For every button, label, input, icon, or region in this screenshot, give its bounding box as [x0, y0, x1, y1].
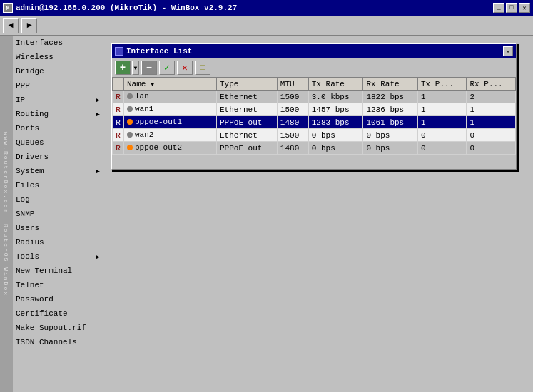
sidebar-item-password[interactable]: Password [0, 292, 103, 306]
sidebar-item-users[interactable]: Users [0, 221, 103, 235]
table-row[interactable]: R wan2 Ethernet 1500 0 bps 0 bps 0 0 [113, 129, 516, 142]
row-type: Ethernet [217, 129, 278, 142]
sidebar-item-isdn-channels[interactable]: ISDN Channels [0, 335, 103, 349]
iface-status-bar [112, 155, 516, 169]
interface-list-titlebar: Interface List ✕ [112, 44, 516, 58]
col-type[interactable]: Type [217, 78, 278, 91]
sidebar-label: Password [16, 295, 54, 304]
remove-button[interactable]: − [141, 61, 157, 75]
row-tx-p: 1 [418, 91, 467, 103]
iface-close-button[interactable]: ✕ [503, 46, 513, 56]
row-type: Ethernet [217, 91, 278, 103]
col-mtu[interactable]: MTU [277, 78, 308, 91]
row-tx-rate: 3.0 kbps [308, 91, 363, 103]
iface-toolbar: + ▼ − ✓ ✕ □ [112, 58, 516, 78]
add-dropdown-button[interactable]: ▼ [132, 61, 139, 75]
x-button[interactable]: ✕ [177, 61, 193, 75]
row-rx-p: 2 [467, 91, 516, 103]
iface-window-icon [115, 47, 123, 56]
sidebar-item-files[interactable]: Files [0, 178, 103, 192]
sidebar-item-certificate[interactable]: Certificate [0, 306, 103, 321]
sidebar-label: Log [16, 195, 30, 204]
maximize-button[interactable]: □ [506, 3, 517, 13]
table-row[interactable]: R wan1 Ethernet 1500 1457 bps 1236 bps 1… [113, 103, 516, 116]
sidebar-item-radius[interactable]: Radius [0, 235, 103, 249]
minimize-button[interactable]: _ [493, 3, 504, 13]
row-tx-rate: 1283 bps [308, 116, 363, 129]
sidebar-label: Routing [16, 110, 49, 118]
col-flag [113, 78, 124, 91]
col-rx-rate[interactable]: Rx Rate [363, 78, 418, 91]
iface-window-title: Interface List [126, 47, 192, 56]
row-name: pppoe-out2 [124, 142, 217, 155]
watermark: www.RouterBox.com RouterOS WinBox [0, 36, 13, 392]
iface-table-container: Name ▼ Type MTU Tx Rate Rx Rate Tx P... … [112, 78, 516, 155]
iface-title-left: Interface List [115, 47, 192, 56]
table-row[interactable]: R lan Ethernet 1500 3.0 kbps 1822 bps 1 … [113, 91, 516, 103]
forward-button[interactable]: ► [21, 18, 37, 33]
main-layout: www.RouterBox.com RouterOS WinBox Interf… [0, 36, 533, 392]
sidebar-item-telnet[interactable]: Telnet [0, 278, 103, 292]
sidebar-item-ports[interactable]: Ports [0, 121, 103, 135]
sidebar-label: Make Supout.rif [16, 324, 86, 332]
row-tx-p: 1 [418, 116, 467, 129]
app-icon: M [3, 3, 13, 13]
row-flag: R [113, 103, 124, 116]
row-rx-rate: 0 bps [363, 129, 418, 142]
iface-table: Name ▼ Type MTU Tx Rate Rx Rate Tx P... … [112, 78, 516, 155]
sidebar-label: Bridge [16, 67, 44, 76]
sidebar-item-bridge[interactable]: Bridge [0, 64, 103, 78]
row-name: wan2 [124, 129, 217, 142]
add-button[interactable]: + [115, 61, 131, 75]
sidebar-item-system[interactable]: System▶ [0, 164, 103, 178]
check-button[interactable]: ✓ [159, 61, 175, 75]
row-rx-p: 1 [467, 116, 516, 129]
row-tx-rate: 0 bps [308, 129, 363, 142]
sidebar-item-ip[interactable]: IP▶ [0, 93, 103, 107]
title-bar-text: admin@192.168.0.200 (MikroTik) - WinBox … [16, 4, 237, 12]
table-row[interactable]: R pppoe-out1 PPPoE out 1480 1283 bps 106… [113, 116, 516, 129]
row-type: PPPoE out [217, 116, 278, 129]
row-type: PPPoE out [217, 142, 278, 155]
sidebar-item-make-supout.rif[interactable]: Make Supout.rif [0, 321, 103, 335]
col-name[interactable]: Name ▼ [124, 78, 217, 91]
sidebar-item-interfaces[interactable]: Interfaces [0, 36, 103, 50]
back-button[interactable]: ◄ [3, 18, 19, 33]
row-rx-rate: 0 bps [363, 142, 418, 155]
sidebar-arrow: ▶ [96, 253, 100, 261]
sidebar-label: ISDN Channels [16, 338, 77, 346]
row-name: lan [124, 91, 217, 103]
row-name: pppoe-out1 [124, 116, 217, 129]
row-rx-rate: 1061 bps [363, 116, 418, 129]
sidebar-item-wireless[interactable]: Wireless [0, 50, 103, 64]
sidebar-label: Radius [16, 238, 44, 247]
row-rx-rate: 1822 bps [363, 91, 418, 103]
title-bar-left: M admin@192.168.0.200 (MikroTik) - WinBo… [3, 3, 237, 13]
sidebar-label: Interfaces [16, 38, 63, 47]
sidebar-arrow: ▶ [96, 96, 100, 104]
sidebar-item-queues[interactable]: Queues [0, 135, 103, 150]
sidebar-label: IP [16, 96, 25, 104]
window-button[interactable]: □ [195, 61, 210, 75]
sidebar-item-routing[interactable]: Routing▶ [0, 107, 103, 121]
sidebar-label: Users [16, 224, 39, 232]
sidebar-label: PPP [16, 81, 30, 90]
sidebar-item-tools[interactable]: Tools▶ [0, 249, 103, 264]
close-button[interactable]: ✕ [519, 3, 530, 13]
sidebar-item-snmp[interactable]: SNMP [0, 207, 103, 221]
col-tx-rate[interactable]: Tx Rate [308, 78, 363, 91]
row-tx-p: 1 [418, 103, 467, 116]
content-area: Interface List ✕ + ▼ − ✓ ✕ □ [103, 36, 533, 392]
sidebar-label: Queues [16, 138, 44, 147]
sidebar-label: Drivers [16, 153, 49, 161]
sidebar-item-log[interactable]: Log [0, 192, 103, 207]
table-row[interactable]: R pppoe-out2 PPPoE out 1480 0 bps 0 bps … [113, 142, 516, 155]
col-tx-p[interactable]: Tx P... [418, 78, 467, 91]
title-bar-buttons[interactable]: _ □ ✕ [493, 3, 530, 13]
col-rx-p[interactable]: Rx P... [467, 78, 516, 91]
sidebar-item-drivers[interactable]: Drivers [0, 150, 103, 164]
sidebar-label: Telnet [16, 281, 44, 289]
row-type: Ethernet [217, 103, 278, 116]
sidebar-item-ppp[interactable]: PPP [0, 78, 103, 93]
sidebar-item-new-terminal[interactable]: New Terminal [0, 264, 103, 278]
